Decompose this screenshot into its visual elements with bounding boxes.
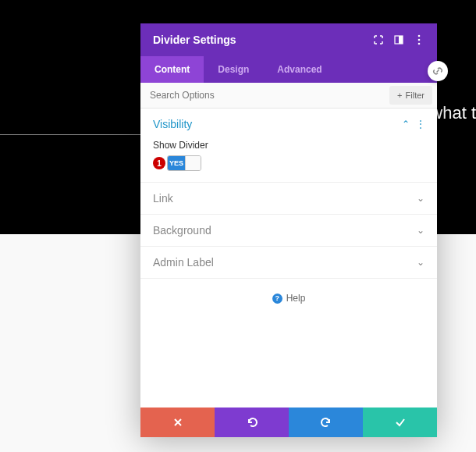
expand-icon[interactable] [373,34,384,45]
header-icon-group [373,34,424,45]
panel-body: Visibility ⌃ ⋮ Show Divider 1 YES [140,109,437,408]
check-icon [394,417,407,428]
tab-advanced[interactable]: Advanced [263,56,336,83]
chevron-up-icon: ⌃ [402,119,410,130]
redo-icon [320,417,332,428]
filter-button[interactable]: + Filter [389,86,432,105]
undo-button[interactable] [215,408,289,437]
help-row[interactable]: ? Help [140,279,437,318]
redo-button[interactable] [289,408,363,437]
section-header-link[interactable]: Link ⌄ [140,183,437,214]
section-header-visibility[interactable]: Visibility ⌃ ⋮ [140,109,437,140]
svg-point-4 [418,43,421,45]
chevron-down-icon: ⌄ [417,257,424,268]
section-visibility: Visibility ⌃ ⋮ Show Divider 1 YES [140,109,437,183]
chevron-down-icon: ⌄ [417,225,424,236]
filter-label: Filter [406,91,424,100]
section-title: Link [153,192,173,205]
toggle-knob [185,156,201,170]
more-dots-icon[interactable]: ⋮ [416,119,424,130]
toggle-row: 1 YES [153,155,424,171]
save-button[interactable] [363,408,437,437]
snap-icon[interactable] [393,34,404,45]
section-header-admin-label[interactable]: Admin Label ⌄ [140,247,437,278]
help-icon: ? [272,294,282,304]
section-title: Background [153,224,211,237]
show-divider-toggle[interactable]: YES [167,155,201,171]
section-background: Background ⌄ [140,215,437,247]
help-label: Help [286,293,306,304]
undo-icon [246,417,258,428]
toggle-on-label: YES [168,156,185,170]
step-badge: 1 [153,157,165,169]
page-divider-line [0,134,140,135]
tab-content[interactable]: Content [140,56,204,83]
chevron-down-icon: ⌄ [417,193,424,204]
section-title: Admin Label [153,256,214,269]
modal-title: Divider Settings [153,34,236,46]
tab-design[interactable]: Design [204,56,263,83]
option-label-show-divider: Show Divider [153,140,424,151]
close-icon [172,417,183,428]
plus-icon: + [397,91,402,100]
more-icon[interactable] [414,34,424,45]
section-header-background[interactable]: Background ⌄ [140,215,437,246]
section-admin-label: Admin Label ⌄ [140,247,437,279]
section-title: Visibility [153,118,192,130]
section-content-visibility: Show Divider 1 YES [140,140,437,182]
section-link: Link ⌄ [140,183,437,215]
search-row: + Filter [140,83,437,109]
link-ext-icon[interactable] [428,61,448,81]
modal-header: Divider Settings [140,23,437,56]
settings-modal: Divider Settings Content Design Advanced… [140,23,437,437]
cancel-button[interactable] [140,408,215,437]
tab-bar: Content Design Advanced [140,56,437,83]
svg-point-2 [418,35,421,37]
svg-point-3 [418,39,421,41]
svg-rect-1 [399,36,403,44]
modal-footer [140,408,437,437]
search-input[interactable] [140,83,385,108]
